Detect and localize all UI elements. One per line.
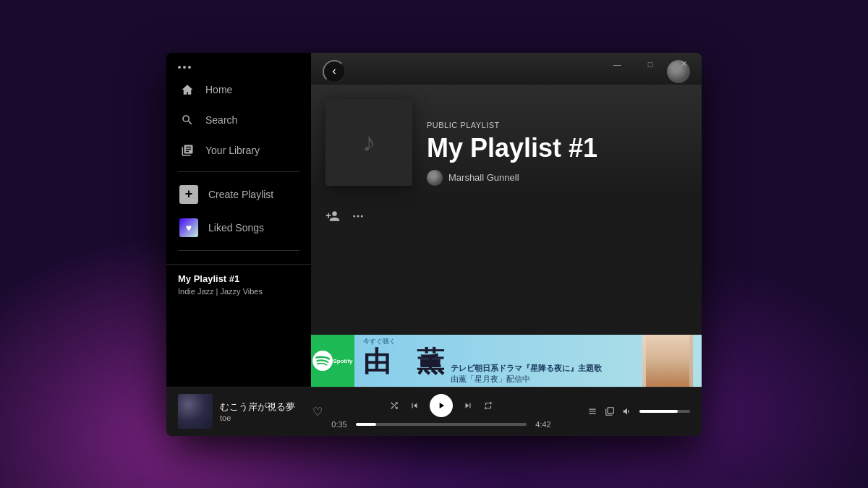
- ad-image: [642, 335, 693, 387]
- like-button[interactable]: ♡: [312, 405, 323, 419]
- back-button[interactable]: [323, 60, 346, 83]
- player-bar: むこう岸が視る夢 toe ♡: [166, 387, 702, 436]
- music-note-icon: ♪: [362, 127, 375, 158]
- add-user-button[interactable]: [326, 209, 340, 223]
- liked-songs-icon: ♥: [179, 218, 198, 237]
- ad-content: 今すぐ聴く 由 薫 テレビ朝日系ドラマ『星降る夜に』主題歌 由薫「星月夜」配信中: [354, 335, 702, 387]
- sidebar-playlist-name[interactable]: My Playlist #1: [178, 273, 299, 284]
- more-options-button[interactable]: [352, 210, 365, 223]
- sidebar-playlist-section: My Playlist #1 Indie Jazz | Jazzy Vibes: [166, 264, 311, 301]
- sidebar-item-home[interactable]: Home: [172, 76, 305, 103]
- queue-button[interactable]: [587, 406, 597, 416]
- track-thumbnail: [178, 394, 213, 429]
- sidebar-divider: [178, 171, 299, 172]
- progress-fill: [356, 423, 376, 426]
- sidebar-playlist-divider: [178, 250, 299, 251]
- ad-marquee: 今すぐ聴く: [363, 337, 637, 346]
- volume-button[interactable]: [622, 406, 632, 416]
- svg-point-2: [361, 215, 363, 217]
- maximize-button[interactable]: □: [634, 53, 667, 76]
- sidebar: Home Search Your L: [166, 53, 311, 387]
- time-total: 4:42: [532, 420, 554, 429]
- ad-banner[interactable]: Spotify 今すぐ聴く 由 薫 テレビ朝日系ドラマ『星降る夜に』主題歌 由薫…: [311, 335, 702, 387]
- repeat-button[interactable]: [483, 401, 493, 411]
- svg-point-0: [353, 215, 355, 217]
- volume-bar[interactable]: [639, 410, 690, 413]
- ad-main-text: 由 薫: [363, 348, 443, 375]
- track-art: [178, 394, 213, 429]
- playlist-hero: ♪ Public Playlist My Playlist #1 Marshal…: [311, 85, 702, 200]
- track-name: むこう岸が視る夢: [220, 401, 302, 414]
- content-spacer: [311, 232, 702, 275]
- progress-bar-container: 0:35 4:42: [328, 420, 554, 429]
- main-panel: ♪ Public Playlist My Playlist #1 Marshal…: [311, 53, 702, 387]
- playlist-author: Marshall Gunnell: [427, 170, 687, 186]
- minimize-button[interactable]: —: [600, 53, 634, 76]
- sidebar-item-library[interactable]: Your Library: [172, 137, 305, 164]
- player-extras: [560, 406, 690, 416]
- sidebar-menu-dots[interactable]: [166, 61, 311, 76]
- player-controls: 0:35 4:42: [328, 394, 554, 429]
- sidebar-item-create-playlist[interactable]: + Create Playlist: [172, 179, 305, 210]
- home-icon: [179, 82, 195, 98]
- sidebar-item-search[interactable]: Search: [172, 106, 305, 134]
- time-current: 0:35: [328, 420, 350, 429]
- close-button[interactable]: ✕: [667, 53, 700, 76]
- now-playing: むこう岸が視る夢 toe ♡: [178, 394, 323, 429]
- playlist-title: My Playlist #1: [427, 134, 687, 163]
- track-info: むこう岸が視る夢 toe: [220, 401, 302, 422]
- track-artist: toe: [220, 414, 302, 422]
- ad-sub-text: 由薫「星月夜」配信中: [451, 374, 602, 385]
- shuffle-button[interactable]: [389, 401, 399, 411]
- ad-spotify-logo: Spotify: [311, 335, 354, 387]
- library-icon: [179, 142, 195, 158]
- search-icon: [179, 112, 195, 128]
- sidebar-playlist-meta: Indie Jazz | Jazzy Vibes: [178, 287, 299, 296]
- ad-sub-title: テレビ朝日系ドラマ『星降る夜に』主題歌: [451, 363, 602, 374]
- svg-point-1: [357, 215, 359, 217]
- sidebar-nav: Home Search Your L: [166, 76, 311, 164]
- volume-fill: [639, 410, 678, 413]
- control-buttons: [389, 394, 493, 417]
- create-playlist-icon: +: [179, 185, 198, 204]
- sidebar-item-liked-songs[interactable]: ♥ Liked Songs: [172, 213, 305, 243]
- next-button[interactable]: [463, 401, 473, 411]
- playlist-type: Public Playlist: [427, 121, 687, 129]
- title-bar: — □ ✕: [600, 53, 702, 76]
- sidebar-actions: + Create Playlist ♥ Liked Songs: [166, 179, 311, 243]
- main-scrollable: ♪ Public Playlist My Playlist #1 Marshal…: [311, 53, 702, 335]
- prev-button[interactable]: [409, 401, 420, 411]
- author-avatar: [427, 170, 443, 186]
- progress-track[interactable]: [356, 423, 527, 426]
- ad-brand-label: Spotify: [333, 358, 352, 364]
- play-pause-button[interactable]: [430, 394, 453, 417]
- playlist-info: Public Playlist My Playlist #1 Marshall …: [427, 121, 687, 186]
- connect-button[interactable]: [605, 406, 615, 416]
- playlist-actions: [311, 200, 702, 232]
- playlist-cover: ♪: [326, 99, 412, 186]
